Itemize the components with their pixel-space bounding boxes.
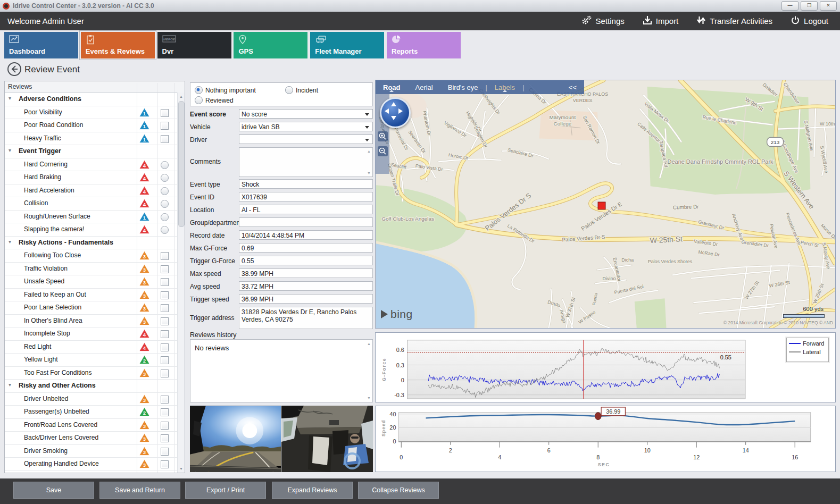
review-item-driver-smoking[interactable]: Driver Smoking3: [5, 445, 185, 458]
review-checkbox[interactable]: [161, 460, 169, 468]
scroll-up-icon[interactable]: ▲: [367, 149, 371, 153]
video-road-camera[interactable]: [190, 406, 281, 472]
status-radio-incident[interactable]: Incident: [285, 86, 318, 94]
status-radio-reviewed[interactable]: Reviewed: [195, 96, 234, 104]
review-group-risky-actions-fundamentals[interactable]: ▾Risky Actions - Fundamentals: [5, 237, 185, 250]
close-button[interactable]: ✕: [820, 1, 837, 11]
review-item-tampering-abusing-equipment[interactable]: Tampering/Abusing Equipment4: [5, 471, 185, 474]
chevron-down-icon[interactable]: ▾: [9, 239, 11, 245]
review-item-hard-cornering[interactable]: Hard Cornering4: [5, 158, 185, 172]
scroll-down-icon[interactable]: ▼: [367, 396, 371, 400]
save-button[interactable]: Save: [13, 482, 94, 499]
review-checkbox[interactable]: [161, 396, 169, 404]
review-group-risky-and-other-actions[interactable]: ▾Risky and Other Actions: [5, 380, 185, 393]
scroll-down-icon[interactable]: ▼: [367, 171, 371, 175]
scroll-up-icon[interactable]: ▲: [178, 93, 185, 100]
review-item-unsafe-speed[interactable]: Unsafe Speed3: [5, 275, 185, 289]
review-checkbox[interactable]: [161, 122, 169, 130]
map-canvas[interactable]: EAST RANCHO PALOSVERDESMarymountCollegeS…: [376, 80, 835, 328]
review-item-passenger-s-unbelted[interactable]: Passenger(s) Unbelted2: [5, 406, 185, 419]
chevron-down-icon[interactable]: ▾: [9, 147, 11, 153]
review-item-hard-acceleration[interactable]: Hard Acceleration4: [5, 184, 185, 198]
review-item-poor-lane-selection[interactable]: Poor Lane Selection3: [5, 301, 185, 315]
review-checkbox[interactable]: [161, 304, 169, 312]
review-checkbox[interactable]: [161, 278, 169, 286]
dropdown-event-score[interactable]: No score: [239, 109, 373, 119]
review-radio[interactable]: [161, 174, 169, 182]
review-checkbox[interactable]: [161, 408, 169, 416]
review-checkbox[interactable]: [161, 448, 169, 456]
review-item-front-road-lens-covered[interactable]: Front/Road Lens Covered3: [5, 419, 185, 432]
export-print-button[interactable]: Export / Print: [185, 482, 266, 499]
map-view-road[interactable]: Road: [376, 83, 408, 91]
review-checkbox[interactable]: [161, 252, 169, 260]
review-item-failed-to-keep-an-out[interactable]: Failed to Keep an Out3: [5, 289, 185, 302]
review-checkbox[interactable]: [161, 291, 169, 299]
back-button[interactable]: [7, 62, 21, 76]
review-item-too-fast-for-conditions[interactable]: Too Fast For Conditions3: [5, 367, 185, 380]
review-item-collision[interactable]: Collision4: [5, 197, 185, 211]
review-group-event-trigger[interactable]: ▾Event Trigger: [5, 145, 185, 158]
review-item-hard-braking[interactable]: Hard Braking4: [5, 171, 185, 184]
expand-reviews-button[interactable]: Expand Reviews: [272, 482, 353, 499]
logout-button[interactable]: Logout: [791, 15, 828, 27]
scroll-thumb[interactable]: [178, 101, 185, 227]
review-item-red-light[interactable]: Red Light4: [5, 341, 185, 354]
tab-reports[interactable]: Reports: [387, 32, 461, 58]
review-checkbox[interactable]: [161, 135, 169, 143]
save-and-return-button[interactable]: Save and Return: [99, 482, 180, 499]
review-checkbox[interactable]: [161, 422, 169, 430]
review-checkbox[interactable]: [161, 109, 169, 117]
review-checkbox[interactable]: [161, 356, 169, 364]
review-item-in-other-s-blind-area[interactable]: In Other's Blind Area3: [5, 315, 185, 328]
dropdown-driver[interactable]: [239, 135, 373, 144]
reviews-scrollbar[interactable]: ▲ ▼: [177, 93, 185, 473]
map-zoom-in-button[interactable]: [378, 131, 388, 141]
review-checkbox[interactable]: [161, 317, 169, 325]
chevron-down-icon[interactable]: ▾: [9, 95, 11, 101]
status-radio-nothing-important[interactable]: Nothing important: [195, 86, 256, 94]
review-item-driver-unbelted[interactable]: Driver Unbelted3: [5, 393, 185, 406]
tab-dvr[interactable]: MERGEDvr: [157, 32, 231, 58]
map-collapse-button[interactable]: <<: [561, 83, 584, 91]
tab-events-reviews[interactable]: Events & Reviews: [81, 32, 155, 58]
chevron-down-icon[interactable]: ▾: [9, 382, 11, 388]
map-zoom-out-button[interactable]: [378, 146, 388, 156]
review-checkbox[interactable]: [161, 369, 169, 377]
review-radio[interactable]: [161, 187, 169, 195]
map-view-labels[interactable]: Labels: [487, 83, 522, 91]
review-item-traffic-violation[interactable]: Traffic Violation3: [5, 263, 185, 276]
tab-dashboard[interactable]: Dashboard: [4, 32, 78, 58]
event-location-marker[interactable]: [598, 202, 605, 209]
review-item-yellow-light[interactable]: Yellow Light2: [5, 354, 185, 367]
review-checkbox[interactable]: [161, 265, 169, 273]
review-radio[interactable]: [161, 226, 169, 234]
review-checkbox[interactable]: [161, 330, 169, 338]
review-item-following-too-close[interactable]: Following Too Close3: [5, 249, 185, 263]
review-item-incomplete-stop[interactable]: Incomplete Stop4: [5, 327, 185, 341]
review-checkbox[interactable]: [161, 434, 169, 442]
import-button[interactable]: Import: [643, 15, 679, 27]
review-item-slapping-the-camera[interactable]: Slapping the camera!4: [5, 223, 185, 237]
minimize-button[interactable]: —: [781, 1, 799, 11]
maximize-button[interactable]: ❒: [801, 1, 818, 11]
map[interactable]: EAST RANCHO PALOSVERDESMarymountCollegeS…: [375, 80, 836, 329]
review-item-heavy-traffic[interactable]: Heavy Traffic1: [5, 132, 185, 146]
dropdown-vehicle[interactable]: idrive Van SB: [239, 122, 373, 131]
review-radio[interactable]: [161, 200, 169, 208]
collapse-reviews-button[interactable]: Collapse Reviews: [358, 482, 439, 499]
tab-gps[interactable]: GPS: [234, 32, 307, 58]
review-item-poor-visibility[interactable]: Poor Visibility1: [5, 106, 185, 120]
scroll-down-icon[interactable]: ▼: [178, 465, 185, 472]
tab-fleet-manager[interactable]: Fleet Manager: [310, 32, 384, 58]
review-radio[interactable]: [161, 161, 169, 169]
review-radio[interactable]: [161, 213, 169, 221]
map-view-aerial[interactable]: Aerial: [408, 83, 440, 91]
scroll-up-icon[interactable]: ▲: [367, 342, 371, 346]
review-group-adverse-conditions[interactable]: ▾Adverse Conditions: [5, 93, 185, 106]
transfer-activities-button[interactable]: Transfer Activities: [696, 15, 772, 27]
video-cabin-camera[interactable]: [281, 406, 373, 472]
review-item-back-driver-lens-covered[interactable]: Back/Driver Lens Covered3: [5, 432, 185, 445]
map-compass-control[interactable]: [380, 97, 411, 128]
review-item-rough-uneven-surface[interactable]: Rough/Uneven Surface1: [5, 211, 185, 224]
